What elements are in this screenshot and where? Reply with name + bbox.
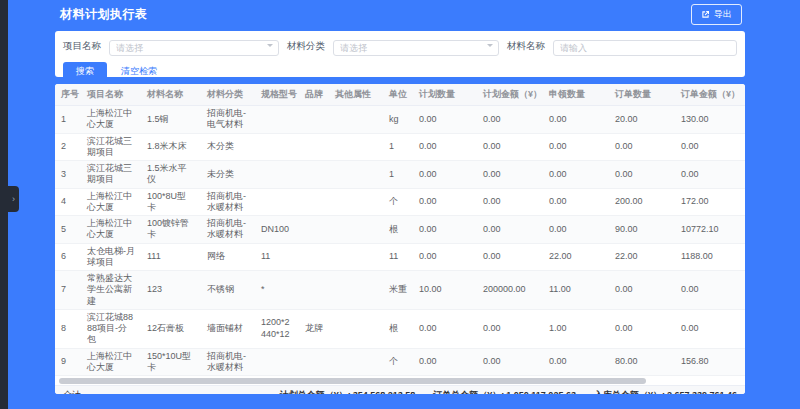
filter-panel: 项目名称 材料分类 材料名称 搜索 清空检索 <box>55 31 745 77</box>
table-header-row: 序号 项目名称 材料名称 材料分类 规格型号 品牌 其他属性 单位 计划数量 计… <box>55 84 745 106</box>
table-cell: 上海松江中心大厦 <box>81 106 141 134</box>
table-cell: 0.00 <box>609 309 675 348</box>
table-cell <box>299 271 329 310</box>
table-row: 8滨江花城8888项目-分包12石膏板墙面铺材1200*2440*12龙牌根0.… <box>55 309 745 348</box>
table-cell: 6 <box>55 243 81 271</box>
table-cell <box>329 348 383 376</box>
col-header: 材料分类 <box>201 84 255 106</box>
col-header: 项目名称 <box>81 84 141 106</box>
table-cell: 0.00 <box>675 271 745 310</box>
table-cell <box>299 188 329 216</box>
filter-material: 材料名称 <box>507 37 737 56</box>
table-cell <box>299 216 329 244</box>
col-header: 规格型号 <box>255 84 299 106</box>
collapsed-sidebar <box>0 0 8 409</box>
table-cell: 0.00 <box>413 348 477 376</box>
col-header: 序号 <box>55 84 81 106</box>
table-cell: 0.00 <box>543 161 609 189</box>
table-cell: 0.00 <box>543 106 609 134</box>
table-cell: 4 <box>55 188 81 216</box>
table-cell: 150*10U型卡 <box>141 348 201 376</box>
filter-project: 项目名称 <box>63 37 279 56</box>
col-header: 申领数量 <box>543 84 609 106</box>
table-cell: 滨江花城8888项目-分包 <box>81 309 141 348</box>
horizontal-scrollbar-thumb[interactable] <box>59 378 646 384</box>
table-cell: 上海松江中心大厦 <box>81 188 141 216</box>
summary-total-label: 合计 <box>63 389 81 394</box>
table-cell <box>299 161 329 189</box>
col-header: 计划数量 <box>413 84 477 106</box>
material-category-select[interactable] <box>333 40 499 56</box>
table-cell <box>329 216 383 244</box>
table-cell: 80.00 <box>609 348 675 376</box>
table-cell: 20.00 <box>609 106 675 134</box>
table-cell: 1 <box>383 161 413 189</box>
table-cell: 上海松江中心大厦 <box>81 216 141 244</box>
table-cell: 11.00 <box>543 271 609 310</box>
table-cell: 100*8U型卡 <box>141 188 201 216</box>
horizontal-scrollbar <box>59 377 741 385</box>
material-plan-table: 序号 项目名称 材料名称 材料分类 规格型号 品牌 其他属性 单位 计划数量 计… <box>55 84 745 376</box>
sidebar-toggle[interactable]: › <box>8 186 19 212</box>
table-cell: 墙面铺材 <box>201 309 255 348</box>
col-header: 单位 <box>383 84 413 106</box>
table-cell: 1.5米水平仪 <box>141 161 201 189</box>
table-cell <box>255 161 299 189</box>
col-header: 订单金额（¥） <box>675 84 745 106</box>
table-cell: 0.00 <box>675 161 745 189</box>
table-cell <box>329 271 383 310</box>
planned-total-label: 计划总金额（¥）: <box>280 390 351 394</box>
table-cell: 招商机电-电气材料 <box>201 106 255 134</box>
table-cell: 200.00 <box>609 188 675 216</box>
project-name-label: 项目名称 <box>63 40 101 53</box>
project-name-select[interactable] <box>109 40 279 56</box>
export-button[interactable]: 导出 <box>691 4 742 25</box>
table-cell: 1.00 <box>543 309 609 348</box>
table-cell: 招商机电-水暖材料 <box>201 348 255 376</box>
table-cell: 上海松江中心大厦 <box>81 348 141 376</box>
table-cell <box>255 188 299 216</box>
order-total-value: 1,050,117,025.63 <box>506 390 576 394</box>
table-cell: 滨江花城三期项目 <box>81 161 141 189</box>
table-cell: 1188.00 <box>675 243 745 271</box>
material-name-input[interactable] <box>553 40 737 56</box>
table-cell: 0.00 <box>413 106 477 134</box>
order-total: 订单总金额（¥）:1,050,117,025.63 <box>433 389 576 394</box>
table-cell: 1.5铜 <box>141 106 201 134</box>
table-cell: 172.00 <box>675 188 745 216</box>
table-cell: 0.00 <box>543 216 609 244</box>
table-cell <box>255 348 299 376</box>
clear-search-button[interactable]: 清空检索 <box>121 65 157 78</box>
col-header: 其他属性 <box>329 84 383 106</box>
table-cell <box>329 309 383 348</box>
table-cell: 11 <box>255 243 299 271</box>
table-cell <box>299 133 329 161</box>
table-row: 6太仓电梯-月球项目111网络11110.000.0022.0022.00118… <box>55 243 745 271</box>
table-cell: 0.00 <box>413 216 477 244</box>
planned-total-value: 354,568,213.58 <box>353 390 416 394</box>
table-cell: 1200*2440*12 <box>255 309 299 348</box>
table-cell: 网络 <box>201 243 255 271</box>
table-cell: 0.00 <box>543 188 609 216</box>
table-cell <box>329 106 383 134</box>
inbound-total-label: 入库总金额（¥）: <box>594 390 665 394</box>
table-cell: 10.00 <box>413 271 477 310</box>
table-body: 1上海松江中心大厦1.5铜招商机电-电气材料kg0.000.000.0020.0… <box>55 106 745 376</box>
table-cell: 0.00 <box>675 309 745 348</box>
table-cell: 未分类 <box>201 161 255 189</box>
table-cell: 156.80 <box>675 348 745 376</box>
table-row: 5上海松江中心大厦100镀锌管卡招商机电-水暖材料DN100根0.000.000… <box>55 216 745 244</box>
table-cell: 龙牌 <box>299 309 329 348</box>
table-cell: 个 <box>383 348 413 376</box>
inbound-total-value: 2,657,339,761.46 <box>667 390 737 394</box>
table-cell: 个 <box>383 188 413 216</box>
table-cell: 90.00 <box>609 216 675 244</box>
table-cell: 不锈钢 <box>201 271 255 310</box>
search-button[interactable]: 搜索 <box>63 62 107 81</box>
export-label: 导出 <box>714 8 732 21</box>
table-cell: 5 <box>55 216 81 244</box>
table-cell: 0.00 <box>477 309 543 348</box>
table-cell: 根 <box>383 216 413 244</box>
table-cell: 1 <box>55 106 81 134</box>
table-cell: 0.00 <box>477 243 543 271</box>
